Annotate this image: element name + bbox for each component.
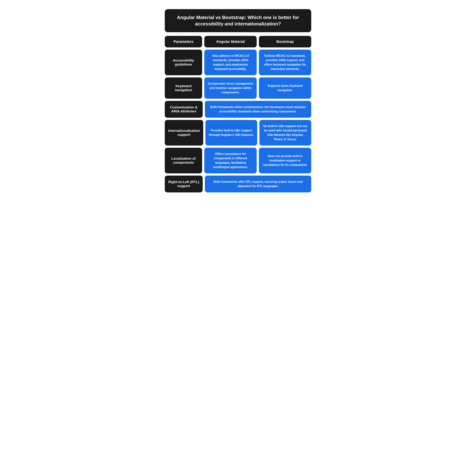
row-rtl: Right-to-Left (RTL) support Both framewo… [165,176,311,192]
page-container: Angular Material vs Bootstrap: Which one… [161,5,315,196]
row-accessibility: Accessibility guidelines Also adheres to… [165,50,311,75]
param-localization: Localization of components [165,148,202,173]
row-localization: Localization of components Offers transl… [165,148,311,173]
value-keyboard-bootstrap: Supports basic keyboard navigation. [259,77,311,99]
param-accessibility: Accessibility guidelines [165,50,202,75]
value-i18n-bootstrap: No built-in i18n support but can be used… [259,120,311,146]
value-keyboard-angular: Incorporates focus management and intuit… [204,77,257,99]
row-i18n: Internationalization support Provides bu… [165,120,311,146]
value-localization-bootstrap: Does not provide built-in localization s… [259,148,311,173]
param-customization: Customization & ARIA attributes [165,101,203,118]
header-row: Parameters Angular Material Bootstrap [165,36,311,47]
value-accessibility-bootstrap: Follows WCAG 2.0 standards, provides ARI… [259,50,311,75]
header-parameters: Parameters [165,36,202,47]
param-i18n: Internationalization support [165,120,203,146]
table-container: Parameters Angular Material Bootstrap Ac… [165,36,311,192]
param-keyboard: Keyboard navigation [165,77,202,99]
header-angular-material: Angular Material [204,36,257,47]
value-accessibility-angular: Also adheres to WCAG 2.0 standards, prov… [204,50,257,75]
header-bootstrap: Bootstrap [259,36,311,47]
row-customization: Customization & ARIA attributes Both fra… [165,101,311,118]
value-localization-angular: Offers translations for components in di… [204,148,257,173]
value-rtl-merged: Both frameworks offer RTL support, ensur… [205,176,311,192]
row-keyboard: Keyboard navigation Incorporates focus m… [165,77,311,99]
param-rtl: Right-to-Left (RTL) support [165,176,203,192]
main-title: Angular Material vs Bootstrap: Which one… [165,9,311,32]
value-i18n-angular: Provides built-in i18n support through A… [205,120,257,146]
value-customization-merged: Both frameworks allow customization, but… [205,101,311,118]
